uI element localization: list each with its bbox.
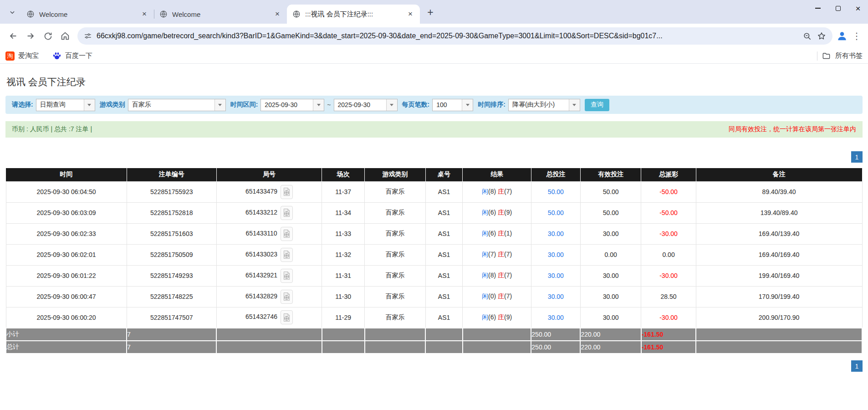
cell-payout: -30.00	[641, 223, 696, 244]
per-page-select[interactable]: 100	[432, 99, 473, 111]
profile-avatar-icon[interactable]	[836, 30, 848, 42]
chevron-down-icon[interactable]	[569, 99, 580, 111]
query-type-value: 日期查询	[36, 99, 84, 111]
result-player: 闲	[482, 209, 488, 216]
cell-total-bet: 30.00	[531, 265, 580, 286]
forward-icon[interactable]	[22, 27, 39, 45]
browser-tab-active[interactable]: :::视讯 会员下注纪录::: ×	[287, 5, 420, 24]
table-row: 2025-09-30 06:01:22522851749293651432921…	[6, 265, 862, 286]
result-banker-score: (7)	[504, 272, 512, 279]
cell-session: 11-37	[322, 181, 365, 202]
video-replay-icon[interactable]	[281, 227, 293, 241]
cell-game-type: 百家乐	[365, 265, 425, 286]
bookmark-taobao[interactable]: 淘 爱淘宝	[5, 51, 39, 61]
result-player-score: (8)	[488, 272, 498, 279]
video-replay-icon[interactable]	[281, 269, 293, 283]
table-body: 2025-09-30 06:04:50522851755923651433479…	[6, 181, 862, 328]
currency-total-text: 币别 : 人民币 | 总共 :7 注单 |	[12, 125, 92, 133]
bookmark-baidu[interactable]: 百度一下	[52, 51, 92, 61]
tab-close-icon[interactable]: ×	[139, 9, 149, 19]
cell-game-type: 百家乐	[365, 307, 425, 328]
video-replay-icon[interactable]	[281, 185, 293, 199]
footer-payout: -161.50	[641, 341, 696, 354]
bookmark-star-icon[interactable]	[817, 31, 826, 41]
cell-time: 2025-09-30 06:01:22	[6, 265, 127, 286]
result-banker-score: (7)	[504, 292, 512, 300]
globe-favicon-icon	[159, 10, 168, 18]
cell-result: 闲(0) 庄(7)	[463, 286, 531, 307]
browser-tab-1[interactable]: Welcome ×	[21, 5, 154, 24]
cell-session: 11-31	[322, 265, 365, 286]
footer-empty	[425, 341, 463, 354]
round-number: 651432746	[245, 313, 277, 320]
per-page-label: 每页笔数:	[402, 101, 430, 109]
chevron-down-icon[interactable]	[84, 99, 95, 111]
home-icon[interactable]	[56, 27, 74, 45]
date-start-select[interactable]: 2025-09-30	[260, 99, 324, 111]
result-player-score: (7)	[488, 251, 498, 258]
video-replay-icon[interactable]	[281, 310, 293, 324]
date-end-select[interactable]: 2025-09-30	[334, 99, 398, 111]
round-number: 651433479	[245, 188, 277, 195]
url-text[interactable]: 66cxkj98.com/game/betrecord_search/kind3…	[97, 32, 797, 40]
query-type-select[interactable]: 日期查询	[36, 99, 95, 111]
site-settings-icon[interactable]	[84, 32, 92, 40]
new-tab-button[interactable]: +	[424, 5, 437, 19]
chevron-down-icon[interactable]	[214, 99, 225, 111]
cell-bet-id: 522851747507	[127, 307, 216, 328]
cell-round: 651433023	[216, 244, 322, 265]
notice-red-text: 同局有效投注，统一计算在该局第一张注单内	[729, 125, 856, 133]
result-banker: 庄	[498, 272, 504, 279]
cell-table-no: AS1	[425, 307, 463, 328]
pagination-top: 1	[5, 151, 863, 163]
footer-empty	[365, 328, 425, 341]
page-number-button[interactable]: 1	[851, 151, 863, 163]
window-maximize-button[interactable]	[828, 0, 848, 16]
game-type-select[interactable]: 百家乐	[128, 99, 226, 111]
address-bar[interactable]: 66cxkj98.com/game/betrecord_search/kind3…	[77, 27, 832, 45]
bookmark-label: 爱淘宝	[18, 51, 39, 60]
chevron-down-icon[interactable]	[462, 99, 473, 111]
sort-select[interactable]: 降幂(由大到小)	[508, 99, 580, 111]
window-close-button[interactable]: ×	[848, 0, 868, 16]
cell-bet-id: 522851755923	[127, 181, 216, 202]
browser-tab-2[interactable]: Welcome ×	[154, 5, 287, 24]
all-bookmarks[interactable]: 所有书签	[817, 51, 863, 61]
result-banker: 庄	[498, 209, 504, 216]
cell-total-bet: 30.00	[531, 244, 580, 265]
result-player: 闲	[482, 188, 488, 195]
result-banker-score: (9)	[504, 313, 512, 321]
tab-title: Welcome	[39, 10, 139, 18]
video-replay-icon[interactable]	[281, 248, 293, 262]
summary-info-bar: 币别 : 人民币 | 总共 :7 注单 | 同局有效投注，统一计算在该局第一张注…	[5, 121, 863, 138]
zoom-magnifier-icon[interactable]	[803, 32, 812, 41]
bookmark-label: 百度一下	[65, 51, 92, 60]
video-replay-icon[interactable]	[281, 290, 293, 304]
footer-count: 7	[127, 328, 216, 341]
chevron-down-icon[interactable]	[386, 99, 397, 111]
tab-search-chevron-icon[interactable]	[5, 5, 20, 20]
tab-close-icon[interactable]: ×	[405, 9, 415, 19]
footer-empty	[463, 328, 531, 341]
chevron-down-icon[interactable]	[313, 99, 324, 111]
cell-note: 169.40/169.40	[696, 244, 862, 265]
result-banker: 庄	[498, 251, 504, 258]
page-content: 视讯 会员下注纪录 请选择: 日期查询 游戏类别 百家乐 时间区间: 2025-…	[0, 76, 868, 372]
back-icon[interactable]	[5, 27, 22, 45]
table-row: 2025-09-30 06:00:47522851748225651432829…	[6, 286, 862, 307]
cell-round: 651433479	[216, 181, 322, 202]
reload-icon[interactable]	[39, 27, 56, 45]
video-replay-icon[interactable]	[281, 206, 293, 220]
browser-menu-icon[interactable]: ⋮	[850, 31, 863, 41]
footer-total-bet: 250.00	[531, 341, 580, 354]
cell-bet-id: 522851750509	[127, 244, 216, 265]
window-minimize-button[interactable]	[808, 0, 828, 16]
page-number-button[interactable]: 1	[851, 360, 863, 372]
footer-label: 小计	[6, 328, 127, 341]
cell-payout: -50.00	[641, 181, 696, 202]
search-button[interactable]: 查询	[585, 99, 609, 111]
result-player-score: (6)	[488, 313, 498, 321]
result-banker: 庄	[498, 230, 504, 237]
tab-close-icon[interactable]: ×	[272, 9, 282, 19]
cell-time: 2025-09-30 06:00:47	[6, 286, 127, 307]
